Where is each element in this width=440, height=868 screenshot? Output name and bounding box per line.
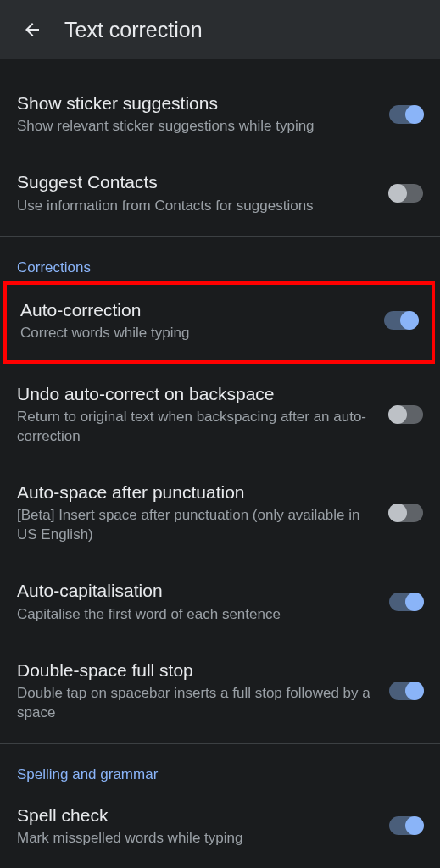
setting-subtitle: Return to original text when backspacing… (17, 408, 376, 447)
setting-auto-correction[interactable]: Auto-correction Correct words while typi… (3, 281, 435, 364)
setting-title: Auto-capitalisation (17, 579, 376, 603)
setting-title: Auto-space after punctuation (17, 481, 376, 504)
arrow-back-icon (22, 19, 42, 40)
toggle-thumb (405, 593, 424, 611)
setting-show-sticker-suggestions[interactable]: Show sticker suggestions Show relevant s… (0, 66, 440, 153)
setting-title: Suggest Contacts (17, 170, 376, 194)
toggle-thumb (388, 405, 407, 424)
setting-spell-check[interactable]: Spell check Mark misspelled words while … (0, 787, 440, 854)
section-header-corrections: Corrections (0, 241, 440, 280)
setting-subtitle: Double tap on spacebar inserts a full st… (17, 684, 376, 723)
toggle-thumb (400, 311, 419, 330)
page-title: Text correction (64, 18, 203, 42)
toggle-thumb (388, 184, 407, 203)
setting-text: Spell check Mark misspelled words while … (17, 804, 389, 849)
app-header: Text correction (0, 0, 440, 59)
setting-title: Undo auto-correct on backspace (17, 382, 376, 406)
toggle-switch[interactable] (389, 682, 423, 700)
setting-subtitle: Show relevant sticker suggestions while … (17, 117, 376, 136)
section-header-spelling: Spelling and grammar (0, 748, 440, 787)
setting-auto-capitalisation[interactable]: Auto-capitalisation Capitalise the first… (0, 562, 440, 641)
toggle-switch[interactable] (389, 816, 423, 835)
back-button[interactable] (15, 13, 49, 47)
setting-title: Double-space full stop (17, 659, 376, 682)
setting-text: Show sticker suggestions Show relevant s… (17, 92, 389, 136)
setting-suggest-contacts[interactable]: Suggest Contacts Use information from Co… (0, 153, 440, 232)
setting-text: Undo auto-correct on backspace Return to… (17, 382, 389, 447)
setting-text: Auto-space after punctuation [Beta] Inse… (17, 481, 389, 545)
toggle-switch[interactable] (389, 593, 423, 611)
setting-auto-space[interactable]: Auto-space after punctuation [Beta] Inse… (0, 464, 440, 562)
divider (0, 236, 440, 237)
setting-double-space-full-stop[interactable]: Double-space full stop Double tap on spa… (0, 642, 440, 740)
setting-title: Show sticker suggestions (17, 92, 376, 115)
toggle-thumb (405, 682, 424, 700)
setting-subtitle: [Beta] Insert space after punctuation (o… (17, 506, 376, 545)
setting-title: Auto-correction (20, 298, 370, 322)
toggle-switch[interactable] (384, 311, 418, 330)
setting-subtitle: Use information from Contacts for sugges… (17, 197, 376, 216)
setting-undo-auto-correct[interactable]: Undo auto-correct on backspace Return to… (0, 365, 440, 464)
setting-text: Auto-correction Correct words while typi… (20, 298, 384, 343)
setting-subtitle: Mark misspelled words while typing (17, 829, 376, 849)
setting-text: Double-space full stop Double tap on spa… (17, 659, 389, 723)
toggle-switch[interactable] (389, 184, 423, 203)
setting-text: Suggest Contacts Use information from Co… (17, 170, 389, 215)
toggle-switch[interactable] (389, 504, 423, 522)
toggle-thumb (388, 504, 407, 522)
divider (0, 743, 440, 744)
setting-title: Spell check (17, 804, 376, 827)
toggle-thumb (405, 105, 424, 124)
setting-text: Auto-capitalisation Capitalise the first… (17, 579, 389, 624)
toggle-switch[interactable] (389, 405, 423, 424)
setting-subtitle: Capitalise the first word of each senten… (17, 605, 376, 625)
settings-content: Show sticker suggestions Show relevant s… (0, 59, 440, 854)
toggle-switch[interactable] (389, 105, 423, 124)
toggle-thumb (405, 816, 424, 835)
setting-subtitle: Correct words while typing (20, 324, 370, 343)
